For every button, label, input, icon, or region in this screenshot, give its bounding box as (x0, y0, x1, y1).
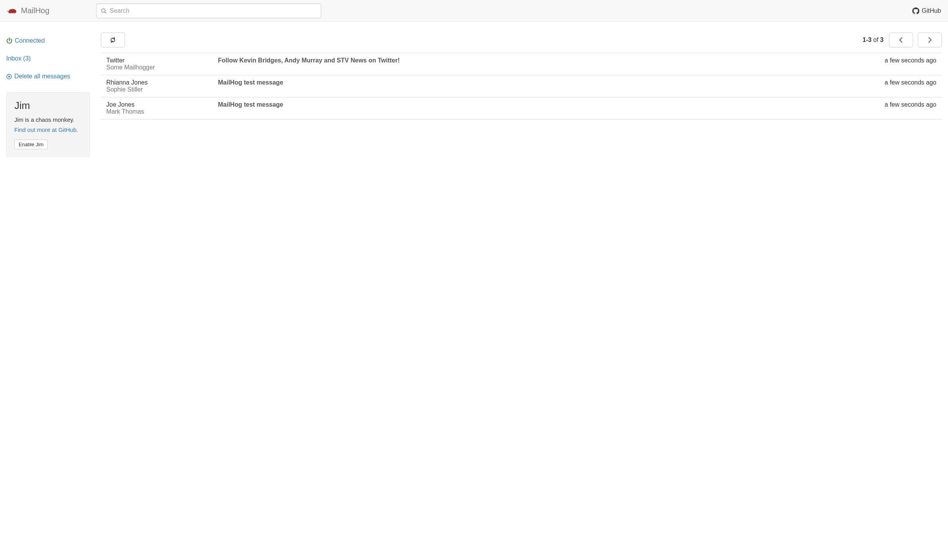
message-row[interactable]: Joe JonesMark ThomasMailHog test message… (101, 97, 942, 119)
message-time: a few seconds ago (859, 57, 936, 64)
github-icon (912, 7, 919, 14)
main: 1-3 of 3 (96, 22, 948, 126)
jim-desc: Jim is a chaos monkey. (14, 116, 82, 124)
connection-status: Connected (6, 33, 90, 51)
delete-icon (6, 74, 12, 80)
toolbar: 1-3 of 3 (101, 33, 942, 53)
svg-line-2 (105, 12, 106, 13)
refresh-icon (110, 37, 116, 43)
message-row[interactable]: TwitterSome MailhoggerFollow Kevin Bridg… (101, 53, 942, 75)
message-to: Some Mailhogger (106, 64, 218, 71)
page-next-button[interactable] (918, 33, 942, 47)
github-link[interactable]: GitHub (912, 7, 941, 14)
sidebar-item-inbox[interactable]: Inbox (3) (6, 51, 90, 69)
hog-icon (7, 7, 18, 15)
brand[interactable]: MailHog (7, 6, 96, 15)
message-to: Mark Thomas (106, 108, 218, 115)
jim-github-link[interactable]: Find out more at GitHub (14, 126, 76, 133)
chevron-left-icon (899, 37, 903, 43)
jim-link-line: Find out more at GitHub. (14, 126, 82, 134)
message-people: Rhianna JonesSophie Stiller (106, 79, 218, 93)
message-from: Rhianna Jones (106, 79, 218, 86)
pager-buttons (889, 33, 942, 47)
message-row[interactable]: Rhianna JonesSophie StillerMailHog test … (101, 75, 942, 97)
navbar: MailHog GitHub (0, 0, 948, 22)
pager-range: 1-3 (863, 36, 872, 43)
brand-name: MailHog (21, 6, 49, 15)
chevron-right-icon (927, 37, 932, 43)
message-list: TwitterSome MailhoggerFollow Kevin Bridg… (101, 53, 942, 119)
connection-status-label[interactable]: Connected (15, 37, 45, 44)
power-icon (6, 38, 12, 44)
message-time: a few seconds ago (859, 101, 936, 108)
message-from: Twitter (106, 57, 218, 64)
search-field (96, 3, 321, 18)
pager-text: 1-3 of 3 (863, 36, 884, 43)
svg-point-1 (102, 9, 105, 12)
enable-jim-button[interactable]: Enable Jim (14, 140, 48, 149)
message-time: a few seconds ago (859, 79, 936, 86)
search-icon (101, 8, 107, 14)
search-input[interactable] (96, 3, 321, 18)
jim-title: Jim (14, 100, 82, 112)
message-subject: MailHog test message (218, 101, 859, 108)
message-people: TwitterSome Mailhogger (106, 57, 218, 71)
message-subject: Follow Kevin Bridges, Andy Murray and ST… (218, 57, 859, 64)
pager-total: 3 (880, 36, 884, 43)
delete-all-link[interactable]: Delete all messages (14, 73, 70, 80)
jim-panel: Jim Jim is a chaos monkey. Find out more… (6, 92, 90, 157)
page-prev-button[interactable] (889, 33, 913, 47)
message-people: Joe JonesMark Thomas (106, 101, 218, 115)
message-from: Joe Jones (106, 101, 218, 108)
github-label: GitHub (922, 7, 941, 14)
message-subject: MailHog test message (218, 79, 859, 86)
refresh-button[interactable] (101, 33, 125, 47)
sidebar-item-delete-all[interactable]: Delete all messages (6, 69, 90, 87)
inbox-link[interactable]: Inbox (3) (6, 55, 31, 62)
message-to: Sophie Stiller (106, 86, 218, 93)
svg-point-0 (9, 10, 9, 11)
sidebar: Connected Inbox (3) Delete all messages … (0, 22, 96, 163)
